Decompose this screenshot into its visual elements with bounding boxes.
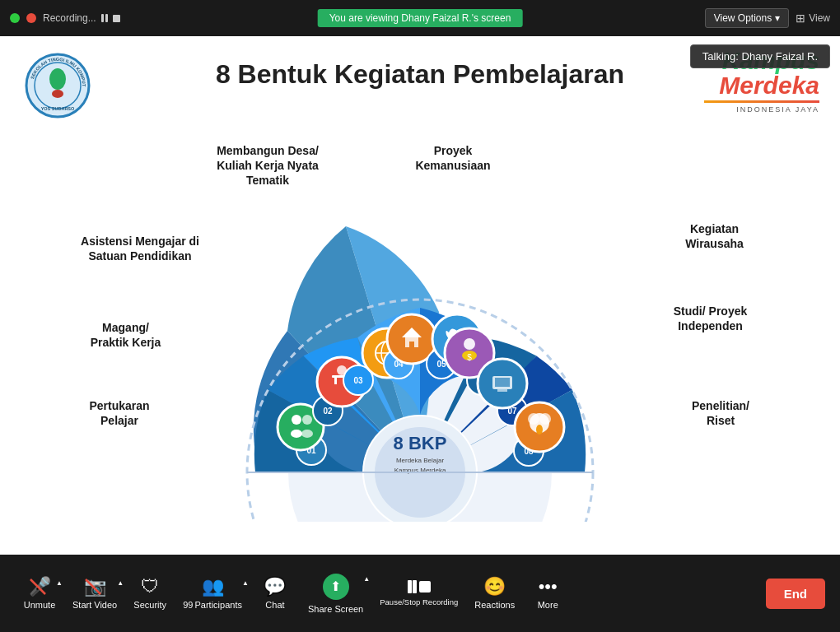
top-bar-left: Recording... xyxy=(10,12,120,24)
bottom-toolbar: 🎤 Unmute ▲ 📷 Start Video xyxy=(0,555,840,632)
reactions-icon: 😊 xyxy=(483,578,506,596)
label-08: Penelitian/Riset xyxy=(667,398,774,428)
mic-slash-icon xyxy=(27,576,49,597)
svg-text:8 BKP: 8 BKP xyxy=(394,433,447,453)
pause-icon xyxy=(101,14,108,22)
svg-text:02: 02 xyxy=(323,407,333,416)
label-02: Magang/Praktik Kerja xyxy=(66,320,185,350)
unmute-label: Unmute xyxy=(24,600,56,610)
pause-stop-button[interactable]: Pause/Stop Recording xyxy=(371,575,466,611)
svg-point-17 xyxy=(292,415,301,425)
svg-point-61 xyxy=(536,425,543,434)
svg-point-60 xyxy=(539,413,551,425)
svg-point-20 xyxy=(301,430,313,438)
participants-count: 99 xyxy=(183,600,193,610)
slide: SEKOLAH TINGGI ILMU KOMPUTER YOS SUDARSO… xyxy=(0,36,840,591)
chat-button[interactable]: 💬 Chat xyxy=(250,573,300,615)
wheel-diagram: 8 BKP Merdeka Belajar Kampus Merdeka 01 xyxy=(173,127,667,522)
svg-rect-25 xyxy=(334,378,337,384)
recording-label: Recording... xyxy=(43,12,120,24)
security-label: Security xyxy=(133,600,166,610)
svg-point-19 xyxy=(302,415,312,425)
toolbar-left-group: 🎤 Unmute ▲ 📷 Start Video xyxy=(15,569,572,619)
share-screen-label: Share Screen xyxy=(308,604,363,614)
svg-text:Merdeka Belajar: Merdeka Belajar xyxy=(396,457,445,464)
svg-rect-54 xyxy=(497,389,507,392)
reactions-button[interactable]: 😊 Reactions xyxy=(466,573,523,615)
view-button[interactable]: ⊞ View xyxy=(796,12,830,25)
logo-left: SEKOLAH TINGGI ILMU KOMPUTER YOS SUDARSO xyxy=(25,53,91,118)
view-options-button[interactable]: View Options ▾ xyxy=(705,8,789,28)
chat-icon: 💬 xyxy=(264,578,286,596)
participants-label: Participants xyxy=(194,600,241,610)
svg-point-4 xyxy=(52,90,63,98)
stop-icon xyxy=(113,15,120,22)
diagram-area: PertukaranPelajar Magang/Praktik Kerja A… xyxy=(66,127,774,588)
kampus-text2: Merdeka xyxy=(704,73,819,98)
chat-label: Chat xyxy=(265,600,284,610)
security-icon: 🛡 xyxy=(141,578,159,596)
main-content: SEKOLAH TINGGI ILMU KOMPUTER YOS SUDARSO… xyxy=(0,36,840,591)
participants-button[interactable]: 👥 99 Participants ▲ xyxy=(175,573,250,615)
unmute-button[interactable]: 🎤 Unmute ▲ xyxy=(15,573,64,615)
svg-point-59 xyxy=(528,413,539,425)
unmute-caret: ▲ xyxy=(56,579,63,587)
top-bar-right: View Options ▾ ⊞ View xyxy=(705,8,830,28)
participants-icon: 👥 xyxy=(202,578,224,596)
label-01: PertukaranPelajar xyxy=(66,398,173,428)
share-screen-icon-bg: ⬆ xyxy=(323,574,349,600)
talking-text: Talking: Dhany Faizal R. xyxy=(702,50,818,63)
label-06: KegiatanWirausaha xyxy=(655,221,774,251)
svg-line-65 xyxy=(86,579,100,594)
svg-point-18 xyxy=(291,430,302,438)
reactions-label: Reactions xyxy=(474,600,515,610)
view-label: View xyxy=(809,12,830,24)
more-button[interactable]: ••• More xyxy=(523,573,572,615)
video-slash-icon xyxy=(82,576,104,597)
svg-point-46 xyxy=(464,338,475,350)
participants-caret: ▲ xyxy=(242,579,249,587)
share-screen-icon: ⬆ xyxy=(330,579,341,594)
svg-rect-39 xyxy=(409,342,414,347)
status-dot-red xyxy=(26,13,36,23)
slide-title: 8 Bentuk Kegiatan Pembelajaran xyxy=(216,59,624,90)
start-video-button[interactable]: 📷 Start Video ▲ xyxy=(64,573,125,615)
svg-line-64 xyxy=(30,579,45,594)
chevron-down-icon: ▾ xyxy=(775,12,780,24)
start-video-label: Start Video xyxy=(72,600,117,610)
pause-stop-label: Pause/Stop Recording xyxy=(380,597,458,606)
status-dot-green xyxy=(10,13,20,23)
viewing-banner: You are viewing Dhany Faizal R.'s screen xyxy=(318,9,523,27)
svg-text:$: $ xyxy=(467,353,472,362)
security-button[interactable]: 🛡 Security xyxy=(125,573,175,615)
kampus-sub: INDONESIA JAYA xyxy=(704,105,819,114)
recording-text: Recording... xyxy=(43,12,96,24)
video-caret: ▲ xyxy=(117,579,124,587)
end-button[interactable]: End xyxy=(766,579,825,609)
top-bar: Recording... You are viewing Dhany Faiza… xyxy=(0,0,840,36)
talking-badge: Talking: Dhany Faizal R. xyxy=(690,44,830,68)
more-label: More xyxy=(538,600,558,610)
viewing-text: You are viewing Dhany Faizal R.'s screen xyxy=(329,12,511,24)
view-options-label: View Options xyxy=(714,12,772,24)
svg-text:YOS SUDARSO: YOS SUDARSO xyxy=(41,106,75,111)
end-label: End xyxy=(784,587,807,601)
svg-text:03: 03 xyxy=(353,376,363,385)
svg-rect-53 xyxy=(495,378,510,387)
share-screen-button[interactable]: ⬆ Share Screen ▲ xyxy=(300,569,371,619)
share-screen-caret: ▲ xyxy=(363,575,370,583)
more-icon: ••• xyxy=(539,578,558,596)
